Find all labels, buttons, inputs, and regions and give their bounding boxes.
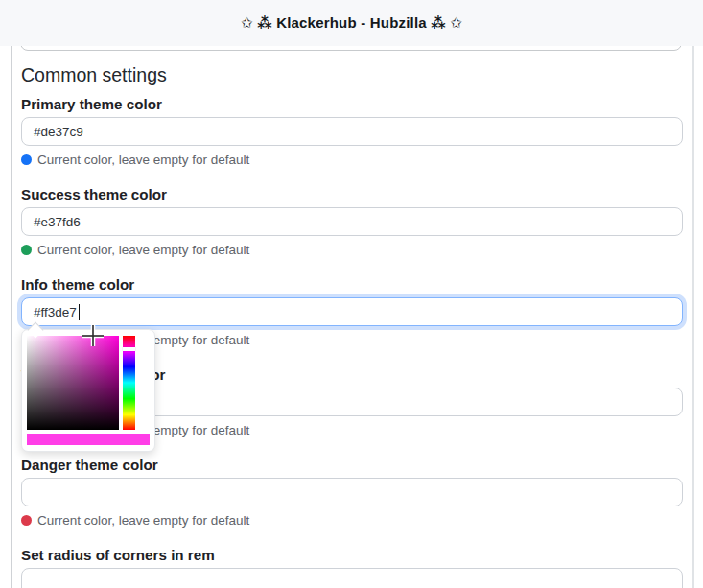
field-group-info: Info theme color #ff3de7 Current color, … xyxy=(21,276,683,347)
color-picker-popup xyxy=(21,329,155,452)
input-value: #ff3de7 xyxy=(34,305,77,319)
current-color-dot-icon xyxy=(21,515,32,526)
hint-text: Current color, leave empty for default xyxy=(37,513,249,528)
field-group-danger: Danger theme color Current color, leave … xyxy=(21,457,683,528)
section-heading: Common settings xyxy=(21,65,683,85)
text-cursor xyxy=(79,304,81,320)
input-value: #de37c9 xyxy=(34,125,83,139)
danger-color-input[interactable] xyxy=(21,478,683,506)
hint-row: Current color, leave empty for default xyxy=(21,513,683,528)
field-label: Danger theme color xyxy=(21,457,683,473)
current-color-dot-icon xyxy=(21,154,32,165)
hue-slider[interactable] xyxy=(123,336,135,430)
input-value: #e37fd6 xyxy=(34,215,81,229)
picker-crosshair-icon[interactable] xyxy=(82,324,105,347)
page-title: ✩ ⁂ Klackerhub - Hubzilla ⁂ ✩ xyxy=(241,14,462,32)
field-label: Primary theme color xyxy=(21,96,683,112)
field-group-radius: Set radius of corners in rem xyxy=(21,547,683,588)
settings-form: Common settings Primary theme color #de3… xyxy=(0,46,703,588)
hint-text: Current color, leave empty for default xyxy=(37,243,249,257)
field-group-success: Success theme color #e37fd6 Current colo… xyxy=(21,186,683,257)
field-label: Info theme color xyxy=(21,276,683,293)
success-color-input[interactable]: #e37fd6 xyxy=(21,207,683,236)
info-color-input[interactable]: #ff3de7 xyxy=(21,297,683,326)
hint-row: Current color, leave empty for default xyxy=(21,243,683,257)
color-preview-bar xyxy=(27,434,150,445)
saturation-square[interactable] xyxy=(27,336,119,430)
field-label: Success theme color xyxy=(21,186,683,202)
primary-color-input[interactable]: #de37c9 xyxy=(21,117,683,146)
field-group-primary: Primary theme color #de37c9 Current colo… xyxy=(21,96,683,167)
hue-slider-handle[interactable] xyxy=(123,347,135,351)
app-header: ✩ ⁂ Klackerhub - Hubzilla ⁂ ✩ xyxy=(0,0,703,46)
corner-radius-input[interactable] xyxy=(21,568,683,588)
hint-text: Current color, leave empty for default xyxy=(37,153,249,167)
settings-page: ✩ ⁂ Klackerhub - Hubzilla ⁂ ✩ Common set… xyxy=(0,0,703,588)
field-label: Set radius of corners in rem xyxy=(21,547,683,563)
hint-row: Current color, leave empty for default xyxy=(21,153,683,167)
current-color-dot-icon xyxy=(21,245,32,255)
